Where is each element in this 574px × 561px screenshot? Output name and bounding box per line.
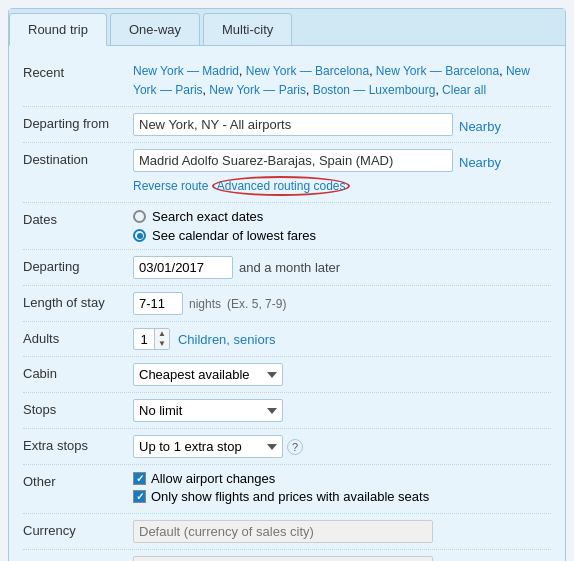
stops-select[interactable]: No limit <box>133 399 283 422</box>
dates-option-exact: Search exact dates <box>133 209 551 224</box>
allow-airport-changes-checkbox[interactable] <box>133 472 146 485</box>
tab-multi-city[interactable]: Multi-city <box>203 13 292 45</box>
dates-option-calendar-label: See calendar of lowest fares <box>152 228 316 243</box>
length-of-stay-label: Length of stay <box>23 292 133 310</box>
sales-city-label: Sales city <box>23 556 133 561</box>
reverse-route-link[interactable]: Reverse route <box>133 179 208 193</box>
departing-from-row: Departing from Nearby <box>23 107 551 143</box>
destination-value: Nearby Reverse route Advanced routing co… <box>133 149 551 196</box>
departing-suffix: and a month later <box>239 260 340 275</box>
adults-label: Adults <box>23 328 133 346</box>
adults-value: 1 ▲ ▼ Children, seniors <box>133 328 551 350</box>
departing-from-nearby[interactable]: Nearby <box>459 116 501 134</box>
destination-nearby[interactable]: Nearby <box>459 152 501 170</box>
tab-one-way[interactable]: One-way <box>110 13 200 45</box>
cabin-row: Cabin Cheapest available <box>23 357 551 393</box>
length-of-stay-input[interactable] <box>133 292 183 315</box>
extra-stops-select[interactable]: Up to 1 extra stop <box>133 435 283 458</box>
recent-row: Recent New York — Madrid, New York — Bar… <box>23 56 551 107</box>
length-of-stay-example: (Ex. 5, 7-9) <box>227 297 286 311</box>
recent-link-2[interactable]: New York — Barcelona <box>246 64 369 78</box>
allow-airport-changes-label: Allow airport changes <box>151 471 275 486</box>
destination-input[interactable] <box>133 149 453 172</box>
only-available-seats-label: Only show flights and prices with availa… <box>151 489 429 504</box>
length-of-stay-row: Length of stay nights (Ex. 5, 7-9) <box>23 286 551 322</box>
adults-decrement[interactable]: ▼ <box>155 339 169 349</box>
children-seniors-link[interactable]: Children, seniors <box>178 332 276 347</box>
form-body: Recent New York — Madrid, New York — Bar… <box>9 46 565 561</box>
departing-label: Departing <box>23 256 133 274</box>
departing-row: Departing and a month later <box>23 250 551 286</box>
adults-spinner: 1 ▲ ▼ <box>133 328 170 350</box>
currency-label: Currency <box>23 520 133 538</box>
departing-from-label: Departing from <box>23 113 133 131</box>
currency-input[interactable] <box>133 520 433 543</box>
cabin-value: Cheapest available <box>133 363 551 386</box>
adults-increment[interactable]: ▲ <box>155 329 169 339</box>
sales-city-row: Sales city <box>23 550 551 561</box>
stops-value: No limit <box>133 399 551 422</box>
cabin-select[interactable]: Cheapest available <box>133 363 283 386</box>
stops-row: Stops No limit <box>23 393 551 429</box>
flight-search-panel: Round trip One-way Multi-city Recent New… <box>8 8 566 561</box>
dates-row: Dates Search exact dates See calendar of… <box>23 203 551 250</box>
dates-options: Search exact dates See calendar of lowes… <box>133 209 551 243</box>
recent-links: New York — Madrid, New York — Barcelona,… <box>133 62 551 100</box>
adults-spinner-value: 1 <box>134 330 154 349</box>
tab-bar: Round trip One-way Multi-city <box>9 9 565 46</box>
departing-date-input[interactable] <box>133 256 233 279</box>
allow-airport-changes-row: Allow airport changes <box>133 471 551 486</box>
other-value: Allow airport changes Only show flights … <box>133 471 551 507</box>
other-label: Other <box>23 471 133 489</box>
recent-clear-all[interactable]: Clear all <box>442 83 486 97</box>
departing-from-input[interactable] <box>133 113 453 136</box>
extra-stops-row: Extra stops Up to 1 extra stop ? <box>23 429 551 465</box>
only-available-seats-row: Only show flights and prices with availa… <box>133 489 551 504</box>
departing-from-value: Nearby <box>133 113 551 136</box>
length-of-stay-unit: nights <box>189 297 221 311</box>
adults-row: Adults 1 ▲ ▼ Children, seniors <box>23 322 551 357</box>
length-of-stay-value: nights (Ex. 5, 7-9) <box>133 292 551 315</box>
currency-row: Currency <box>23 514 551 550</box>
stops-label: Stops <box>23 399 133 417</box>
recent-label: Recent <box>23 62 133 80</box>
destination-row: Destination Nearby Reverse route Advance… <box>23 143 551 203</box>
recent-link-3[interactable]: New York — Barcelona <box>376 64 499 78</box>
advanced-routing-wrapper: Advanced routing codes <box>212 176 351 196</box>
recent-link-6[interactable]: Boston — Luxembourg <box>313 83 436 97</box>
recent-link-1[interactable]: New York — Madrid <box>133 64 239 78</box>
recent-link-5[interactable]: New York — Paris <box>209 83 306 97</box>
dates-label: Dates <box>23 209 133 227</box>
tab-round-trip[interactable]: Round trip <box>9 13 107 46</box>
departing-value: and a month later <box>133 256 551 279</box>
dates-option-calendar: See calendar of lowest fares <box>133 228 551 243</box>
dates-radio-exact[interactable] <box>133 210 146 223</box>
sales-city-input[interactable] <box>133 556 433 561</box>
extra-stops-value: Up to 1 extra stop ? <box>133 435 551 458</box>
only-available-seats-checkbox[interactable] <box>133 490 146 503</box>
other-row: Other Allow airport changes Only show fl… <box>23 465 551 514</box>
extra-stops-label: Extra stops <box>23 435 133 453</box>
dates-option-exact-label: Search exact dates <box>152 209 263 224</box>
cabin-label: Cabin <box>23 363 133 381</box>
adults-spinner-arrows: ▲ ▼ <box>154 329 169 349</box>
extra-stops-help-icon[interactable]: ? <box>287 439 303 455</box>
currency-value <box>133 520 551 543</box>
sales-city-value <box>133 556 551 561</box>
destination-label: Destination <box>23 149 133 167</box>
advanced-routing-link[interactable]: Advanced routing codes <box>217 179 346 193</box>
dates-radio-calendar[interactable] <box>133 229 146 242</box>
